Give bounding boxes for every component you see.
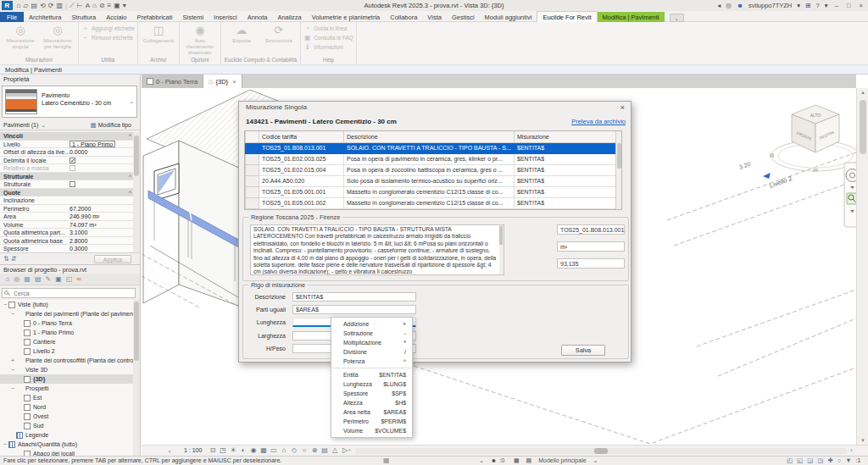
- selection-filter[interactable]: Pavimenti (1): [0, 122, 38, 128]
- property-value[interactable]: [70, 180, 134, 188]
- column-header-descrizione[interactable]: Descrizione: [344, 131, 515, 142]
- tree-item-sud[interactable]: Sud: [0, 421, 134, 430]
- tree-item-piante-dei-pavimenti-piante-del-pavimento[interactable]: −Piante dei pavimenti (Piante del pavime…: [0, 309, 134, 318]
- ribbon-button-consulta-le-faq[interactable]: ▣Consulta le FAQ: [303, 33, 353, 42]
- lock-view-icon[interactable]: ⌂: [279, 446, 289, 456]
- tariff-description[interactable]: SOLAIO. CON TRAVETTI A TRALICCIO - TIPO …: [250, 224, 504, 275]
- ribbon-button-esporta[interactable]: ☁Esporta: [224, 24, 259, 43]
- view-tab-3d[interactable]: ⌂ {3D} ×: [203, 75, 242, 88]
- chevron-down-icon[interactable]: ⌄: [167, 446, 172, 456]
- reveal-hidden-icon[interactable]: ○: [299, 446, 309, 456]
- design-option-select[interactable]: Modello principale: [538, 457, 586, 463]
- apply-button[interactable]: Applica: [94, 255, 131, 263]
- signed-in-user[interactable]: sviluppo7TYZH: [748, 2, 792, 9]
- tree-item-abachi-quantit-tutto[interactable]: −Abachi/Quantità (tutto): [0, 440, 134, 449]
- property-row-inclinazione[interactable]: Inclinazione: [0, 197, 134, 205]
- property-value[interactable]: 74.097 m³: [70, 221, 134, 229]
- close-icon[interactable]: ×: [620, 102, 625, 113]
- column-header-misurazione[interactable]: Misurazione: [515, 131, 617, 142]
- property-value[interactable]: 2.8000: [70, 237, 134, 245]
- home-icon[interactable]: ⌂: [6, 274, 10, 285]
- ribbon-display-toggle[interactable]: ⌄: [670, 14, 684, 22]
- close-button[interactable]: ×: [860, 2, 863, 9]
- field-descrizione[interactable]: $ENTITA$: [292, 292, 416, 302]
- tree-item-3d[interactable]: {3D}: [0, 374, 134, 384]
- menu-item-sottrazione[interactable]: Sottrazione-: [331, 329, 412, 338]
- filter-icon[interactable]: ▼: [845, 457, 851, 464]
- menu-item-addizione[interactable]: Addizione+: [331, 319, 412, 329]
- horizontal-scrollbar[interactable]: [355, 448, 847, 454]
- ribbon-button-collegamenti[interactable]: ◫Collegamenti: [141, 24, 176, 43]
- menu-item-spessore[interactable]: Spessore$SP$: [331, 389, 412, 398]
- property-row-strutturale[interactable]: Strutturale: [0, 180, 134, 189]
- temporary-hide-icon[interactable]: ◇: [289, 446, 299, 456]
- sheet-icon[interactable]: ▣: [55, 274, 62, 285]
- ribbon-button-guida-in-linea[interactable]: ◔Guida in linea: [303, 24, 347, 33]
- ribbon-button-misurazione-per-famiglia[interactable]: ◎Misurazione per famiglia: [40, 24, 75, 49]
- chevron-down-icon[interactable]: ⌄: [593, 457, 598, 463]
- scrollbar-thumb[interactable]: [860, 100, 866, 154]
- expander-icon[interactable]: +: [9, 356, 16, 365]
- menu-item-area-netta[interactable]: Area netta$AREA$: [331, 407, 412, 417]
- visual-style-icon[interactable]: ◉: [248, 446, 259, 456]
- view-cube[interactable]: ALTO FRONTE DESTRA: [770, 105, 856, 172]
- vertical-scrollbar[interactable]: ▲ ▼: [856, 88, 868, 445]
- tree-item-piante-dei-controsoffitti-pianta-dei-controsoffitt[interactable]: +Piante dei controsoffitti (Pianta dei c…: [0, 356, 134, 365]
- app-store-icon[interactable]: ⊞: [805, 2, 810, 9]
- menu-item-potenza[interactable]: Potenza^: [331, 357, 412, 366]
- design-options-icon[interactable]: ▤: [526, 457, 532, 463]
- view-tab-piano-terra[interactable]: 0 - Piano Terra: [142, 75, 203, 88]
- menu-item-entit[interactable]: Entità$ENTITA$: [331, 370, 412, 379]
- scrollbar-thumb[interactable]: [594, 448, 608, 454]
- expander-icon[interactable]: −: [2, 300, 8, 309]
- tree-item-0-piano-terra[interactable]: 0 - Piano Terra: [0, 318, 134, 328]
- menu-item-divisione[interactable]: Divisione/: [331, 347, 412, 357]
- tree-item-est[interactable]: Est: [0, 393, 134, 402]
- help-icon[interactable]: ?: [816, 2, 820, 9]
- scale-button[interactable]: 1 : 100: [184, 446, 202, 456]
- tree-item-ovest[interactable]: Ovest: [0, 412, 134, 421]
- snap-icon[interactable]: ○: [837, 457, 842, 464]
- property-row-perimetro[interactable]: Perimetro67.2000: [0, 205, 134, 213]
- sun-path-icon[interactable]: ☀: [228, 446, 238, 456]
- unit-field[interactable]: m²: [557, 241, 625, 252]
- chevron-down-icon[interactable]: ⌄: [129, 98, 134, 105]
- table-row[interactable]: TOS25_01.E05.001.002Massetto in conglome…: [246, 197, 617, 208]
- menu-item-perimetro[interactable]: Perimetro$PERIM$: [331, 417, 412, 426]
- tree-item-livello-2[interactable]: Livello 2: [0, 346, 134, 356]
- row-selector[interactable]: [246, 197, 259, 208]
- collapse-chevron-icon[interactable]: ◂: [717, 2, 721, 9]
- property-value[interactable]: 246.990 m²: [70, 213, 134, 220]
- rendering-icon[interactable]: ▦: [259, 446, 269, 456]
- worksharing-icon[interactable]: ⊕: [309, 446, 320, 456]
- row-selector[interactable]: [246, 186, 259, 197]
- crop-view-icon[interactable]: ⊡: [208, 446, 218, 456]
- expander-icon[interactable]: −: [9, 384, 16, 393]
- property-value[interactable]: 1 - Piano Primo: [70, 141, 134, 148]
- field-parti-uguali[interactable]: $AREA$: [292, 305, 416, 314]
- checkbox[interactable]: [70, 158, 75, 163]
- close-tab-icon[interactable]: ×: [232, 78, 236, 86]
- tariff-table[interactable]: Codice tariffaDescrizioneMisurazioneTOS2…: [245, 131, 617, 209]
- tree-item-legende[interactable]: Legende: [0, 430, 134, 440]
- scroll-right-icon[interactable]: ›: [850, 446, 853, 456]
- navigation-bar[interactable]: [844, 163, 856, 227]
- scroll-down-icon[interactable]: ▼: [860, 438, 865, 443]
- crop-region-icon[interactable]: ▭: [269, 446, 279, 456]
- search-input[interactable]: [2, 288, 136, 298]
- properties-scrollbar[interactable]: [133, 132, 140, 252]
- property-row-spessore[interactable]: Spessore0.3000: [0, 245, 134, 252]
- ribbon-button-sincronizza[interactable]: ⟳Sincronizza: [261, 24, 297, 43]
- tariff-code-field[interactable]: TOS25_01.B08.013.001: [557, 224, 625, 235]
- drag-elements-icon[interactable]: ✚: [827, 457, 832, 464]
- chevron-down-icon[interactable]: ⌄: [479, 457, 484, 463]
- column-header-codice-tariffa[interactable]: Codice tariffa: [259, 131, 344, 142]
- ribbon-button-rimuovi-etichette[interactable]: −Rimuovi etichette: [81, 33, 133, 42]
- property-row-volume[interactable]: Volume74.097 m³: [0, 221, 134, 230]
- ribbon-button-auto-rilevamento-disattivato[interactable]: ◉Auto rilevamento disattivato: [182, 24, 218, 55]
- scroll-left-icon[interactable]: ‹: [348, 446, 351, 456]
- property-row-quota-altimetrica-part[interactable]: Quota altimetrica part...3.1000: [0, 229, 134, 237]
- performance-icon[interactable]: ▦: [383, 457, 390, 465]
- property-row-quota-altimetrica-base[interactable]: Quota altimetrica base2.8000: [0, 237, 134, 246]
- tree-item-nord[interactable]: Nord: [0, 402, 134, 412]
